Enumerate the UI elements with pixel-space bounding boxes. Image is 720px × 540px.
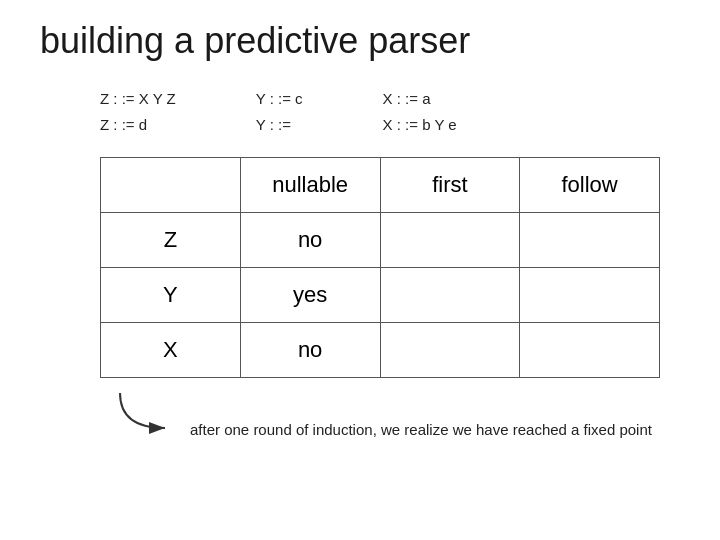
grammar-left: Z : := X Y Z Z : := d	[100, 86, 176, 137]
col-header-nullable: nullable	[240, 158, 380, 213]
cell-symbol-1: Y	[101, 268, 241, 323]
arrow-area	[100, 388, 180, 438]
cell-follow-1	[520, 268, 660, 323]
table-container: nullable first follow ZnoYyesXno	[100, 157, 640, 378]
grammar-right-line2: X : := b Y e	[383, 112, 457, 138]
cell-symbol-2: X	[101, 323, 241, 378]
cell-nullable-1: yes	[240, 268, 380, 323]
cell-first-0	[380, 213, 520, 268]
cell-follow-2	[520, 323, 660, 378]
grammar-middle-line2: Y : :=	[256, 112, 303, 138]
page: building a predictive parser Z : := X Y …	[0, 0, 720, 540]
col-header-follow: follow	[520, 158, 660, 213]
grammar-right-line1: X : := a	[383, 86, 457, 112]
page-title: building a predictive parser	[40, 20, 680, 62]
cell-first-1	[380, 268, 520, 323]
cell-follow-0	[520, 213, 660, 268]
parse-table: nullable first follow ZnoYyesXno	[100, 157, 660, 378]
grammar-middle-line1: Y : := c	[256, 86, 303, 112]
cell-nullable-0: no	[240, 213, 380, 268]
footer-section: after one round of induction, we realize…	[100, 388, 680, 438]
arrow-icon	[110, 388, 180, 438]
table-header-row: nullable first follow	[101, 158, 660, 213]
grammar-left-line2: Z : := d	[100, 112, 176, 138]
grammar-right: X : := a X : := b Y e	[383, 86, 457, 137]
grammar-section: Z : := X Y Z Z : := d Y : := c Y : := X …	[100, 86, 680, 137]
grammar-left-line1: Z : := X Y Z	[100, 86, 176, 112]
cell-symbol-0: Z	[101, 213, 241, 268]
table-row: Yyes	[101, 268, 660, 323]
table-row: Zno	[101, 213, 660, 268]
footer-text: after one round of induction, we realize…	[190, 421, 652, 438]
col-header-first: first	[380, 158, 520, 213]
cell-nullable-2: no	[240, 323, 380, 378]
cell-first-2	[380, 323, 520, 378]
col-header-symbol	[101, 158, 241, 213]
grammar-middle: Y : := c Y : :=	[256, 86, 303, 137]
table-row: Xno	[101, 323, 660, 378]
